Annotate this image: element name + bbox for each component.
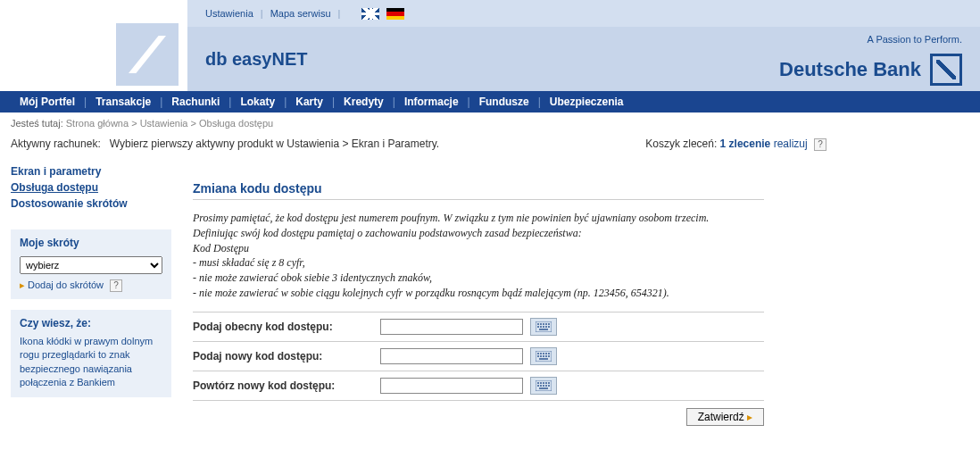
help-icon[interactable]: ? xyxy=(814,138,826,151)
svg-rect-8 xyxy=(543,326,544,328)
current-code-label: Podaj obecny kod dostępu: xyxy=(193,321,380,333)
nav-item[interactable]: Mój Portfel xyxy=(11,96,84,108)
nav-item[interactable]: Lokaty xyxy=(231,96,284,108)
active-account-label: Aktywny rachunek: xyxy=(11,138,101,150)
app-logo xyxy=(0,0,187,91)
cart-label: Koszyk zleceń: xyxy=(645,138,717,150)
current-code-input[interactable] xyxy=(380,319,523,335)
sidebar-item[interactable]: Dostosowanie skrótów xyxy=(11,196,171,212)
svg-rect-20 xyxy=(543,355,544,357)
tip-title: Czy wiesz, że: xyxy=(20,317,162,329)
svg-rect-7 xyxy=(540,326,542,328)
svg-rect-13 xyxy=(537,353,539,354)
new-code-label: Podaj nowy kod dostępu: xyxy=(193,350,380,362)
svg-rect-17 xyxy=(548,353,550,354)
svg-rect-31 xyxy=(540,385,542,387)
new-code-input[interactable] xyxy=(380,348,523,364)
repeat-code-label: Powtórz nowy kod dostępu: xyxy=(193,379,380,392)
svg-rect-1 xyxy=(537,323,539,325)
tip-box: Czy wiesz, że: Ikona kłódki w prawym dol… xyxy=(11,310,171,397)
submit-button[interactable]: Zatwierdź xyxy=(686,408,764,426)
breadcrumb-item[interactable]: Ustawienia xyxy=(140,118,188,129)
svg-rect-10 xyxy=(548,326,550,328)
settings-subnav: Ekran i parametryObsługa dostępuDostosow… xyxy=(11,163,171,212)
svg-rect-33 xyxy=(545,385,547,387)
product-name: db easyNET xyxy=(205,49,307,70)
svg-rect-18 xyxy=(537,355,539,357)
add-shortcut-link[interactable]: Dodaj do skrótów ? xyxy=(20,279,122,292)
svg-rect-25 xyxy=(537,382,539,384)
svg-rect-2 xyxy=(540,323,542,325)
svg-rect-16 xyxy=(545,353,547,354)
nav-item[interactable]: Kredyty xyxy=(335,96,393,108)
svg-rect-22 xyxy=(548,355,550,357)
nav-item[interactable]: Fundusze xyxy=(470,96,538,108)
svg-rect-30 xyxy=(537,385,539,387)
instructions: Prosimy pamiętać, że kod dostępu jest nu… xyxy=(193,205,764,312)
svg-rect-15 xyxy=(543,353,544,354)
virtual-keyboard-icon[interactable] xyxy=(530,347,557,365)
svg-rect-26 xyxy=(540,382,542,384)
sidebar-item[interactable]: Obsługa dostępu xyxy=(11,179,171,196)
help-icon[interactable]: ? xyxy=(110,279,122,292)
nav-item[interactable]: Karty xyxy=(287,96,332,108)
nav-item[interactable]: Informacje xyxy=(395,96,468,108)
active-account-value: Wybierz pierwszy aktywny produkt w Ustaw… xyxy=(110,138,439,150)
svg-rect-23 xyxy=(539,358,548,360)
breadcrumb-item[interactable]: Strona główna xyxy=(66,118,129,129)
nav-item[interactable]: Rachunki xyxy=(162,96,228,108)
page-title: Zmiana kodu dostępu xyxy=(193,181,764,200)
cart-count-link[interactable]: 1 zlecenie xyxy=(720,138,771,150)
lang-en-icon[interactable] xyxy=(361,8,379,20)
svg-rect-11 xyxy=(539,329,548,330)
svg-rect-35 xyxy=(539,388,548,389)
nav-item[interactable]: Transakcje xyxy=(87,96,160,108)
shortcuts-select[interactable]: wybierz xyxy=(20,256,162,274)
main-nav: Mój Portfel|Transakcje|Rachunki|Lokaty|K… xyxy=(0,91,980,112)
breadcrumb-item[interactable]: Obsługa dostępu xyxy=(199,118,273,129)
svg-rect-4 xyxy=(545,323,547,325)
nav-item[interactable]: Ubezpieczenia xyxy=(541,96,633,108)
svg-rect-19 xyxy=(540,355,542,357)
tip-body: Ikona kłódki w prawym dolnym rogu przegl… xyxy=(20,335,162,390)
repeat-code-input[interactable] xyxy=(380,378,523,394)
svg-rect-29 xyxy=(548,382,550,384)
breadcrumb: Jesteś tutaj: Strona główna > Ustawienia… xyxy=(0,112,980,134)
svg-rect-5 xyxy=(548,323,550,325)
settings-link[interactable]: Ustawienia xyxy=(205,8,253,19)
svg-rect-34 xyxy=(548,385,550,387)
shortcuts-box: Moje skróty wybierz Dodaj do skrótów ? xyxy=(11,229,171,299)
svg-rect-21 xyxy=(545,355,547,357)
lang-de-icon[interactable] xyxy=(386,8,404,20)
cart-execute-link[interactable]: realizuj xyxy=(774,138,808,150)
svg-rect-28 xyxy=(545,382,547,384)
virtual-keyboard-icon[interactable] xyxy=(530,318,557,336)
svg-rect-14 xyxy=(540,353,542,354)
bank-logo-icon xyxy=(930,54,962,86)
svg-rect-9 xyxy=(545,326,547,328)
sidebar-item[interactable]: Ekran i parametry xyxy=(11,163,171,179)
shortcuts-title: Moje skróty xyxy=(20,237,162,249)
svg-rect-3 xyxy=(543,323,544,325)
svg-rect-32 xyxy=(543,385,544,387)
virtual-keyboard-icon[interactable] xyxy=(530,377,557,395)
svg-rect-6 xyxy=(537,326,539,328)
sitemap-link[interactable]: Mapa serwisu xyxy=(270,8,331,19)
bank-name: Deutsche Bank xyxy=(779,58,921,81)
brand-tagline: A Passion to Perform. xyxy=(779,34,962,45)
svg-rect-27 xyxy=(543,382,544,384)
